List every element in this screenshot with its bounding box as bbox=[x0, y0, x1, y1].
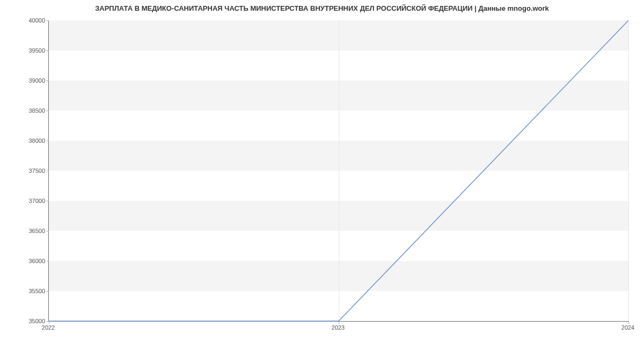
x-tick-label: 2024 bbox=[621, 324, 634, 331]
y-tick-mark bbox=[46, 111, 49, 111]
y-tick-mark bbox=[46, 171, 49, 171]
y-tick-mark bbox=[46, 291, 49, 292]
y-tick-label: 35000 bbox=[13, 318, 45, 324]
y-tick-mark bbox=[46, 50, 49, 51]
y-tick-mark bbox=[46, 141, 49, 141]
chart-title: ЗАРПЛАТА В МЕДИКО-САНИТАРНАЯ ЧАСТЬ МИНИС… bbox=[0, 4, 644, 12]
y-tick-mark bbox=[46, 201, 49, 201]
y-tick-label: 36000 bbox=[13, 258, 45, 264]
x-tick-label: 2022 bbox=[42, 324, 55, 331]
plot-area bbox=[48, 20, 628, 322]
y-tick-label: 35500 bbox=[13, 288, 45, 294]
x-tick-mark bbox=[339, 321, 339, 324]
y-tick-label: 40000 bbox=[13, 17, 45, 24]
y-tick-label: 39500 bbox=[13, 47, 45, 54]
x-tick-mark bbox=[49, 321, 49, 324]
y-tick-label: 37000 bbox=[13, 198, 45, 204]
y-tick-mark bbox=[46, 81, 49, 81]
y-tick-mark bbox=[46, 231, 49, 231]
chart-container: ЗАРПЛАТА В МЕДИКО-САНИТАРНАЯ ЧАСТЬ МИНИС… bbox=[0, 0, 644, 349]
y-tick-label: 39000 bbox=[13, 77, 45, 84]
y-tick-mark bbox=[46, 20, 49, 21]
y-tick-mark bbox=[46, 261, 49, 261]
y-tick-label: 38000 bbox=[13, 137, 45, 144]
y-tick-label: 38500 bbox=[13, 107, 45, 114]
line-series bbox=[49, 20, 628, 321]
x-tick-label: 2023 bbox=[332, 324, 345, 331]
x-tick-mark bbox=[628, 321, 629, 324]
y-tick-label: 36500 bbox=[13, 228, 45, 234]
y-tick-label: 37500 bbox=[13, 168, 45, 174]
y-tick-mark bbox=[46, 321, 49, 322]
series-line bbox=[49, 20, 628, 321]
gridline bbox=[628, 20, 629, 321]
